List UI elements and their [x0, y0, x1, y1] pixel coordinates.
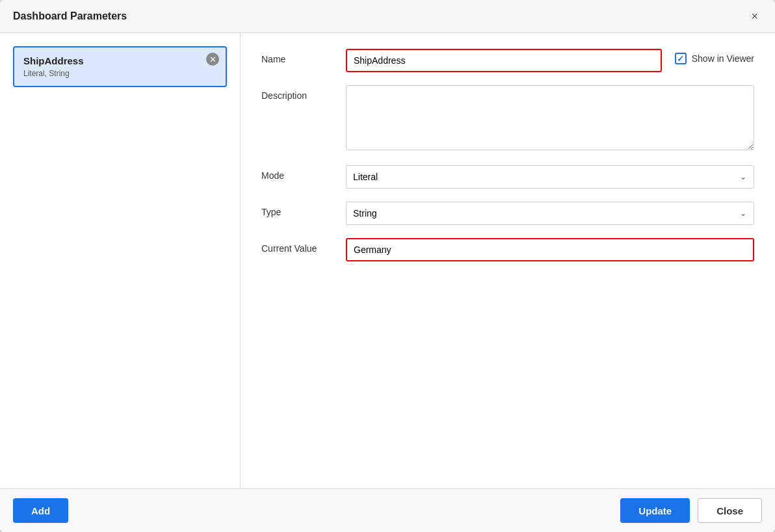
type-wrap: String Integer Float Boolean Date DateTi… [346, 202, 754, 225]
footer-right: Update Close [620, 498, 762, 523]
dialog-title: Dashboard Parameters [13, 10, 127, 22]
mode-wrap: Literal Query Expression ⌄ [346, 165, 754, 189]
dialog-footer: Add Update Close [0, 488, 775, 532]
dashboard-parameters-dialog: Dashboard Parameters × ✕ ShipAddress Lit… [0, 0, 775, 532]
checkmark-icon: ✓ [677, 54, 684, 64]
mode-select-wrap: Literal Query Expression ⌄ [346, 165, 754, 189]
mode-row: Mode Literal Query Expression ⌄ [261, 165, 754, 189]
right-panel: Name ✓ Show in Viewer Description [241, 33, 775, 488]
type-select-wrap: String Integer Float Boolean Date DateTi… [346, 202, 754, 225]
show-in-viewer-checkbox[interactable]: ✓ [675, 53, 687, 64]
dialog-body: ✕ ShipAddress Literal, String Name ✓ Sho… [0, 33, 775, 488]
name-row: Name ✓ Show in Viewer [261, 49, 754, 72]
type-select[interactable]: String Integer Float Boolean Date DateTi… [346, 202, 754, 225]
name-input-wrap [346, 49, 662, 72]
current-value-input-wrap [346, 238, 754, 261]
mode-select[interactable]: Literal Query Expression [346, 165, 754, 189]
description-row: Description [261, 85, 754, 152]
current-value-input[interactable] [346, 238, 754, 261]
current-value-row: Current Value [261, 238, 754, 261]
param-item[interactable]: ✕ ShipAddress Literal, String [13, 46, 227, 87]
description-label: Description [261, 85, 346, 101]
type-row: Type String Integer Float Boolean Date D… [261, 202, 754, 225]
name-label: Name [261, 49, 346, 64]
close-button[interactable]: Close [698, 498, 762, 523]
show-in-viewer-wrap: ✓ Show in Viewer [675, 49, 754, 64]
mode-label: Mode [261, 165, 346, 181]
add-button[interactable]: Add [13, 498, 68, 523]
dialog-close-button[interactable]: × [747, 9, 762, 23]
type-label: Type [261, 202, 346, 217]
current-value-label: Current Value [261, 238, 346, 254]
left-panel: ✕ ShipAddress Literal, String [0, 33, 241, 488]
param-item-name: ShipAddress [23, 55, 217, 66]
dialog-header: Dashboard Parameters × [0, 0, 775, 33]
description-wrap [346, 85, 754, 152]
show-in-viewer-label: Show in Viewer [692, 53, 754, 64]
param-item-remove-button[interactable]: ✕ [206, 53, 219, 66]
update-button[interactable]: Update [620, 498, 690, 523]
description-input[interactable] [346, 85, 754, 150]
name-input[interactable] [346, 49, 662, 72]
param-item-type: Literal, String [23, 69, 217, 78]
